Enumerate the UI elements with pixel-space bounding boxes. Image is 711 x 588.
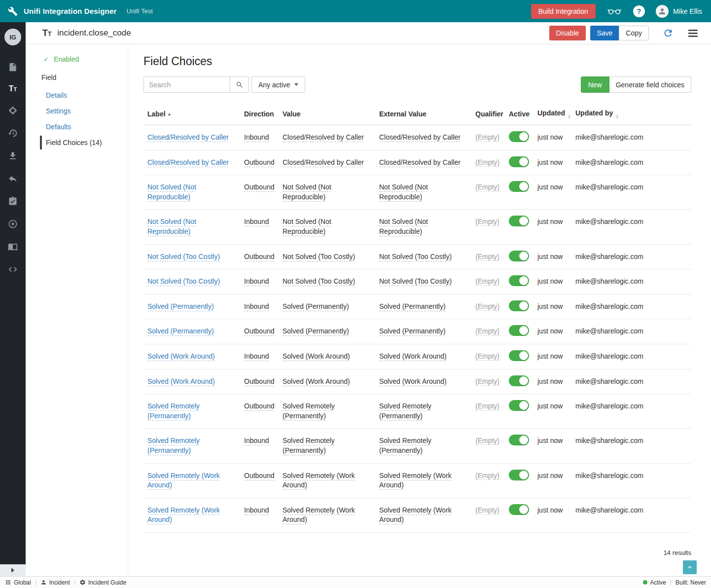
row-qualifier[interactable]: (Empty) [475, 218, 499, 225]
revert-icon[interactable] [8, 174, 18, 184]
row-label-link[interactable]: Closed/Resolved by Caller [147, 133, 229, 141]
row-qualifier[interactable]: (Empty) [475, 472, 499, 479]
search-input[interactable] [143, 76, 230, 93]
row-value[interactable]: Closed/Resolved by Caller [283, 158, 364, 166]
col-header-label[interactable]: Label▲ [143, 104, 240, 125]
row-direction[interactable]: Inbound [244, 437, 269, 444]
row-external-value[interactable]: Closed/Resolved by Caller [379, 133, 461, 141]
col-header-value[interactable]: Value [279, 104, 375, 125]
active-toggle[interactable] [509, 300, 529, 311]
col-header-qualifier[interactable]: Qualifier [471, 104, 505, 125]
active-toggle[interactable] [509, 325, 529, 336]
row-qualifier[interactable]: (Empty) [475, 158, 499, 166]
row-external-value[interactable]: Solved Remotely (Work Around) [379, 506, 452, 524]
row-label-link[interactable]: Not Solved (Too Costly) [147, 277, 220, 285]
row-external-value[interactable]: Not Solved (Too Costly) [379, 253, 452, 260]
download-icon[interactable] [8, 151, 18, 161]
row-value[interactable]: Solved (Permanently) [283, 302, 349, 310]
row-external-value[interactable]: Not Solved (Not Reproducible) [379, 183, 428, 201]
copy-button[interactable]: Copy [619, 26, 649, 40]
row-label-link[interactable]: Not Solved (Not Reproducible) [147, 218, 196, 235]
row-value[interactable]: Solved (Permanently) [283, 327, 349, 335]
generate-field-choices-button[interactable]: Generate field choices [609, 76, 691, 93]
row-label-link[interactable]: Not Solved (Too Costly) [147, 253, 220, 260]
active-toggle[interactable] [509, 181, 529, 192]
row-external-value[interactable]: Closed/Resolved by Caller [379, 158, 461, 166]
row-qualifier[interactable]: (Empty) [475, 377, 499, 385]
row-label-link[interactable]: Closed/Resolved by Caller [147, 158, 229, 166]
row-value[interactable]: Solved (Work Around) [283, 377, 350, 385]
active-toggle[interactable] [509, 251, 529, 261]
row-direction[interactable]: Outbound [244, 327, 275, 335]
row-qualifier[interactable]: (Empty) [475, 277, 499, 285]
refresh-button[interactable] [663, 28, 674, 38]
save-button[interactable]: Save [590, 26, 619, 40]
nav-item-details[interactable]: Details [26, 88, 128, 102]
row-label-link[interactable]: Solved Remotely (Work Around) [147, 506, 220, 524]
row-qualifier[interactable]: (Empty) [475, 253, 499, 260]
menu-button[interactable] [688, 30, 698, 37]
statusbar-item-incident-guide[interactable]: Incident Guide [79, 579, 126, 586]
docs-icon[interactable] [8, 242, 18, 252]
row-value[interactable]: Not Solved (Not Reproducible) [283, 183, 331, 201]
active-toggle[interactable] [509, 350, 529, 361]
nav-item-defaults[interactable]: Defaults [26, 120, 128, 134]
active-toggle[interactable] [509, 375, 529, 386]
new-button[interactable]: New [581, 76, 609, 93]
row-value[interactable]: Not Solved (Too Costly) [283, 277, 355, 285]
col-header-external-value[interactable]: External Value [375, 104, 471, 125]
active-filter-dropdown[interactable]: Any active [251, 76, 305, 93]
active-toggle[interactable] [509, 435, 529, 445]
row-external-value[interactable]: Solved (Permanently) [379, 302, 446, 310]
row-qualifier[interactable]: (Empty) [475, 506, 499, 514]
statusbar-item-incident[interactable]: Incident [40, 579, 70, 586]
col-header-direction[interactable]: Direction [240, 104, 279, 125]
row-value[interactable]: Closed/Resolved by Caller [283, 133, 364, 141]
tasks-icon[interactable] [8, 196, 18, 206]
row-direction[interactable]: Inbound [244, 506, 269, 514]
row-direction[interactable]: Inbound [244, 277, 269, 285]
row-direction[interactable]: Inbound [244, 352, 269, 360]
col-header-updated-by[interactable]: Updated by▲▼ [571, 104, 691, 125]
expand-sidebar-button[interactable] [0, 564, 26, 576]
row-direction[interactable]: Outbound [244, 402, 275, 410]
row-label-link[interactable]: Solved (Permanently) [147, 327, 214, 335]
nav-item-settings[interactable]: Settings [26, 104, 128, 118]
statusbar-item-global[interactable]: Global [5, 579, 31, 586]
row-external-value[interactable]: Solved (Permanently) [379, 327, 446, 335]
active-toggle[interactable] [509, 156, 529, 167]
help-icon[interactable]: ? [633, 5, 645, 17]
row-direction[interactable]: Inbound [244, 302, 269, 310]
row-label-link[interactable]: Solved (Permanently) [147, 302, 214, 310]
code-icon[interactable] [8, 264, 18, 274]
integration-avatar[interactable]: IG [4, 29, 21, 45]
row-external-value[interactable]: Solved Remotely (Permanently) [379, 437, 431, 454]
row-external-value[interactable]: Not Solved (Not Reproducible) [379, 218, 428, 235]
active-toggle[interactable] [509, 470, 529, 480]
row-direction[interactable]: Outbound [244, 183, 275, 191]
row-external-value[interactable]: Solved Remotely (Work Around) [379, 472, 452, 489]
row-label-link[interactable]: Solved (Work Around) [147, 377, 215, 385]
row-external-value[interactable]: Solved (Work Around) [379, 352, 447, 360]
row-value[interactable]: Not Solved (Too Costly) [283, 253, 355, 260]
text-format-icon[interactable]: TT [9, 85, 17, 93]
row-label-link[interactable]: Solved Remotely (Permanently) [147, 437, 200, 454]
col-header-active[interactable]: Active [505, 104, 533, 125]
active-toggle[interactable] [509, 275, 529, 286]
row-direction[interactable]: Outbound [244, 158, 275, 166]
row-qualifier[interactable]: (Empty) [475, 402, 499, 410]
active-toggle[interactable] [509, 400, 529, 411]
disable-button[interactable]: Disable [549, 26, 586, 40]
row-value[interactable]: Not Solved (Not Reproducible) [283, 218, 331, 235]
active-toggle[interactable] [509, 216, 529, 226]
row-qualifier[interactable]: (Empty) [475, 302, 499, 310]
active-toggle[interactable] [509, 504, 529, 515]
document-icon[interactable] [8, 62, 18, 72]
row-value[interactable]: Solved Remotely (Work Around) [283, 472, 355, 489]
row-external-value[interactable]: Not Solved (Too Costly) [379, 277, 452, 285]
row-external-value[interactable]: Solved Remotely (Permanently) [379, 402, 431, 420]
row-direction[interactable]: Outbound [244, 377, 275, 385]
row-direction[interactable]: Outbound [244, 472, 275, 479]
search-button[interactable] [230, 76, 249, 93]
row-value[interactable]: Solved Remotely (Permanently) [283, 402, 335, 420]
